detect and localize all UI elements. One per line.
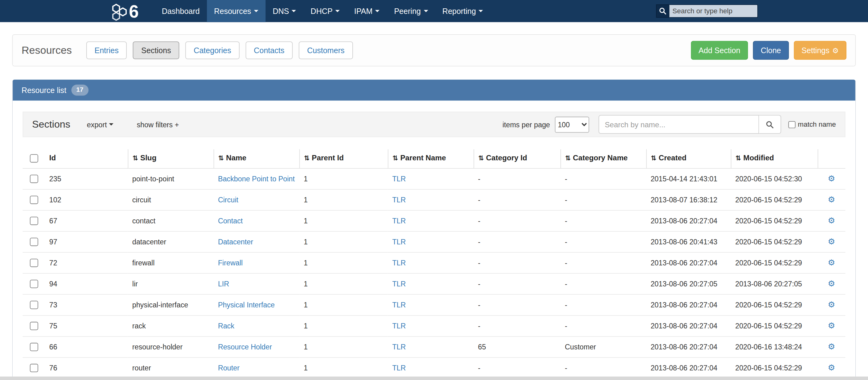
match-name-label: match name [798, 121, 836, 128]
top-navbar: 6 DashboardResourcesDNSDHCPIPAMPeeringRe… [0, 0, 868, 22]
cell-parent-name: TLR [388, 231, 473, 252]
row-select-cell [23, 294, 45, 315]
row-settings-gear-icon[interactable]: ⚙ [828, 258, 835, 268]
nav-item-dns[interactable]: DNS [266, 0, 304, 22]
row-checkbox[interactable] [30, 175, 38, 183]
settings-button[interactable]: Settings⚙ [794, 41, 846, 60]
cell-name: Rack [214, 315, 299, 337]
column-header-slug[interactable]: ⇅Slug [128, 149, 213, 168]
parent-name-link[interactable]: TLR [392, 196, 406, 204]
parent-name-link[interactable]: TLR [392, 363, 406, 372]
row-checkbox[interactable] [30, 343, 38, 351]
nav-item-reporting[interactable]: Reporting [435, 0, 490, 22]
parent-name-link[interactable]: TLR [392, 238, 406, 246]
table-row: 72 firewall Firewall 1 TLR - - 2013-08-0… [23, 252, 845, 274]
parent-name-link[interactable]: TLR [392, 217, 406, 225]
column-header-category-id[interactable]: ⇅Category Id [473, 149, 560, 168]
row-checkbox[interactable] [30, 238, 38, 246]
tab-categories[interactable]: Categories [185, 41, 240, 59]
column-label: Modified [743, 154, 774, 162]
resource-name-link[interactable]: Datacenter [218, 238, 253, 246]
cell-slug: lir [128, 274, 213, 294]
tab-entries[interactable]: Entries [86, 41, 127, 59]
toolbar-actions: Add Section Clone Settings⚙ [686, 41, 847, 60]
settings-button-label: Settings [802, 46, 830, 55]
cell-category-id: - [473, 168, 560, 189]
tab-contacts[interactable]: Contacts [245, 41, 293, 59]
resource-name-link[interactable]: Physical Interface [218, 300, 275, 309]
name-search-button[interactable] [759, 115, 781, 134]
parent-name-link[interactable]: TLR [392, 300, 406, 309]
row-checkbox[interactable] [30, 280, 38, 288]
global-search-input[interactable] [669, 4, 757, 18]
nav-item-label: Resources [214, 6, 251, 15]
resource-name-link[interactable]: Circuit [218, 196, 238, 204]
cell-actions: ⚙ [817, 357, 845, 378]
row-settings-gear-icon[interactable]: ⚙ [828, 237, 835, 247]
column-header-parent-name[interactable]: ⇅Parent Name [388, 149, 473, 168]
resource-name-link[interactable]: Resource Holder [218, 343, 272, 351]
nav-item-peering[interactable]: Peering [387, 0, 435, 22]
name-search-input[interactable] [599, 115, 759, 134]
row-settings-gear-icon[interactable]: ⚙ [828, 342, 835, 352]
resource-name-link[interactable]: LIR [218, 280, 229, 288]
column-header-modified[interactable]: ⇅Modified [731, 149, 817, 168]
parent-name-link[interactable]: TLR [392, 343, 406, 351]
view-tabs: EntriesSectionsCategoriesContactsCustome… [86, 41, 359, 59]
row-settings-gear-icon[interactable]: ⚙ [828, 321, 835, 331]
row-checkbox[interactable] [30, 259, 38, 267]
row-settings-gear-icon[interactable]: ⚙ [828, 363, 835, 373]
add-section-button[interactable]: Add Section [691, 41, 748, 60]
brand-logo[interactable]: 6 [111, 0, 147, 22]
row-checkbox[interactable] [30, 322, 38, 330]
row-settings-gear-icon[interactable]: ⚙ [828, 216, 835, 226]
row-checkbox[interactable] [30, 364, 38, 372]
tab-customers[interactable]: Customers [299, 41, 353, 59]
row-checkbox[interactable] [30, 217, 38, 225]
match-name-checkbox[interactable] [788, 121, 796, 128]
cell-category-name: - [560, 294, 646, 315]
export-dropdown[interactable]: export [87, 120, 114, 129]
items-per-page-select[interactable]: 100 [555, 117, 589, 132]
cell-id: 94 [45, 274, 128, 294]
select-all-checkbox[interactable] [30, 154, 38, 162]
cell-category-name: Customer [560, 337, 646, 357]
row-checkbox[interactable] [30, 196, 38, 204]
nav-item-resources[interactable]: Resources [207, 0, 266, 22]
parent-name-link[interactable]: TLR [392, 322, 406, 330]
row-settings-gear-icon[interactable]: ⚙ [828, 195, 835, 205]
row-settings-gear-icon[interactable]: ⚙ [828, 174, 835, 184]
column-header-parent-id[interactable]: ⇅Parent Id [299, 149, 388, 168]
resource-name-link[interactable]: Backbone Point to Point [218, 175, 294, 183]
resource-name-link[interactable]: Firewall [218, 259, 243, 267]
horizontal-scrollbar[interactable] [0, 377, 868, 380]
clone-button[interactable]: Clone [753, 41, 789, 60]
row-settings-gear-icon[interactable]: ⚙ [828, 300, 835, 310]
cell-category-id: - [473, 315, 560, 337]
tab-sections[interactable]: Sections [133, 41, 179, 59]
resource-name-link[interactable]: Router [218, 363, 240, 372]
nav-item-ipam[interactable]: IPAM [347, 0, 387, 22]
parent-name-link[interactable]: TLR [392, 175, 406, 183]
resource-name-link[interactable]: Contact [218, 217, 243, 225]
caret-down-icon [424, 10, 428, 12]
cell-modified: 2020-06-15 04:52:29 [731, 315, 817, 337]
column-header-created[interactable]: ⇅Created [646, 149, 731, 168]
column-header-category-name[interactable]: ⇅Category Name [560, 149, 646, 168]
parent-name-link[interactable]: TLR [392, 280, 406, 288]
cell-category-id: 65 [473, 337, 560, 357]
row-select-cell [23, 315, 45, 337]
search-icon[interactable] [656, 4, 669, 18]
column-header-name[interactable]: ⇅Name [214, 149, 299, 168]
table-row: 75 rack Rack 1 TLR - - 2013-08-06 20:27:… [23, 315, 845, 337]
show-filters-toggle[interactable]: show filters + [136, 120, 179, 129]
resource-name-link[interactable]: Rack [218, 322, 234, 330]
row-settings-gear-icon[interactable]: ⚙ [828, 279, 835, 289]
nav-item-dashboard[interactable]: Dashboard [155, 0, 207, 22]
nav-item-dhcp[interactable]: DHCP [304, 0, 347, 22]
parent-name-link[interactable]: TLR [392, 259, 406, 267]
cell-id: 102 [45, 189, 128, 211]
row-checkbox[interactable] [30, 301, 38, 309]
resources-toolbar: Resources EntriesSectionsCategoriesConta… [12, 34, 856, 66]
cell-modified: 2020-06-15 04:52:29 [731, 231, 817, 252]
